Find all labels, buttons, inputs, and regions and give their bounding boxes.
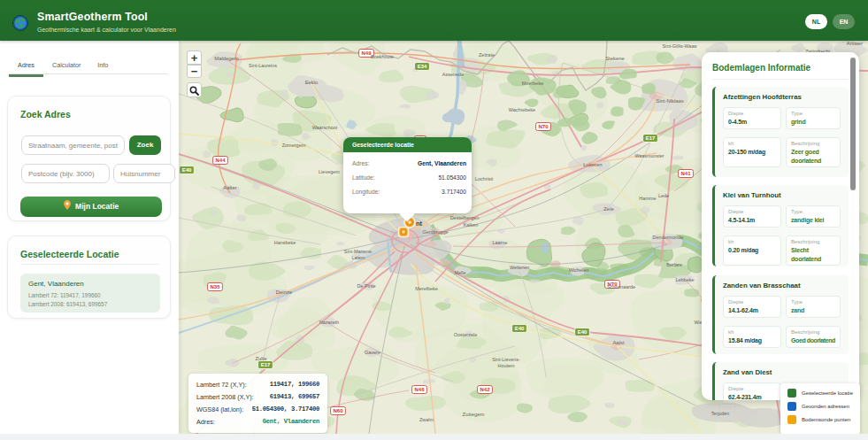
svg-text:Nazareth: Nazareth bbox=[319, 320, 339, 325]
svg-text:Sint-Gillis-Waas: Sint-Gillis-Waas bbox=[663, 43, 697, 49]
svg-text:N60: N60 bbox=[333, 408, 343, 413]
svg-text:N42: N42 bbox=[480, 387, 490, 392]
svg-text:Moerbeke: Moerbeke bbox=[522, 81, 543, 86]
svg-text:E40: E40 bbox=[515, 326, 525, 331]
svg-text:Maldegem: Maldegem bbox=[214, 56, 239, 61]
svg-text:Zomergem: Zomergem bbox=[282, 143, 306, 148]
svg-text:Sint-Laureins: Sint-Laureins bbox=[249, 63, 277, 68]
svg-text:Aalter: Aalter bbox=[223, 185, 236, 190]
svg-text:Antwer: Antwer bbox=[847, 41, 863, 46]
svg-text:Sint-Niklaas: Sint-Niklaas bbox=[656, 98, 683, 104]
svg-text:Schoonaarde: Schoonaarde bbox=[607, 284, 635, 289]
svg-text:Lievegem: Lievegem bbox=[319, 169, 340, 174]
svg-text:E34: E34 bbox=[418, 64, 427, 69]
svg-text:N44: N44 bbox=[215, 158, 226, 163]
svg-text:Wetteren: Wetteren bbox=[510, 265, 529, 270]
svg-text:Hansbeke: Hansbeke bbox=[274, 240, 296, 245]
svg-text:N46: N46 bbox=[414, 387, 425, 392]
svg-text:N35: N35 bbox=[210, 284, 220, 289]
svg-text:Destelbergen: Destelbergen bbox=[450, 215, 480, 220]
svg-text:Zwalm: Zwalm bbox=[419, 417, 434, 422]
svg-text:Terjoden: Terjoden bbox=[711, 411, 730, 416]
svg-text:Assenede: Assenede bbox=[442, 72, 464, 77]
svg-text:Merelbeke: Merelbeke bbox=[415, 286, 438, 291]
svg-text:Eeklo: Eeklo bbox=[305, 80, 319, 85]
svg-text:nt: nt bbox=[416, 220, 423, 228]
svg-text:Zele: Zele bbox=[603, 206, 614, 212]
svg-text:Sint-Lievens-: Sint-Lievens- bbox=[492, 357, 520, 362]
svg-text:Melle: Melle bbox=[454, 270, 465, 275]
svg-text:E40: E40 bbox=[578, 329, 588, 335]
svg-text:De Pinte: De Pinte bbox=[357, 283, 375, 289]
svg-text:Wachtebeke: Wachtebeke bbox=[509, 107, 535, 112]
svg-text:Oosterzele: Oosterzele bbox=[454, 332, 478, 337]
svg-text:Laarne: Laarne bbox=[492, 240, 507, 245]
svg-text:Waasmunster: Waasmunster bbox=[634, 153, 664, 158]
svg-text:Zottegem: Zottegem bbox=[463, 412, 485, 417]
svg-text:E40: E40 bbox=[182, 167, 192, 173]
svg-text:Lokeren: Lokeren bbox=[583, 162, 602, 167]
svg-text:Gavere: Gavere bbox=[365, 350, 380, 355]
svg-text:N41: N41 bbox=[680, 171, 691, 176]
svg-text:E17: E17 bbox=[261, 362, 271, 367]
svg-text:Latem: Latem bbox=[352, 255, 365, 260]
svg-text:Kalken: Kalken bbox=[464, 222, 478, 228]
svg-text:Sint-Martens-: Sint-Martens- bbox=[344, 249, 373, 254]
svg-text:Stekene: Stekene bbox=[605, 56, 625, 61]
svg-text:Berlare: Berlare bbox=[666, 262, 682, 267]
svg-text:N70: N70 bbox=[538, 124, 549, 129]
svg-text:Houtem: Houtem bbox=[498, 363, 515, 368]
svg-text:Zulte: Zulte bbox=[255, 356, 267, 361]
svg-text:Lochristi: Lochristi bbox=[475, 176, 493, 181]
svg-text:Deinze: Deinze bbox=[276, 289, 293, 295]
svg-text:Gentbrugge: Gentbrugge bbox=[422, 229, 448, 235]
svg-text:Zelzate: Zelzate bbox=[479, 52, 495, 58]
svg-text:Wichelen: Wichelen bbox=[569, 267, 589, 273]
svg-text:E17: E17 bbox=[646, 135, 656, 141]
svg-text:Boekhoute: Boekhoute bbox=[371, 54, 394, 59]
svg-text:Aalst: Aalst bbox=[612, 340, 624, 345]
svg-text:Lede: Lede bbox=[658, 193, 669, 198]
svg-text:Lebbeke: Lebbeke bbox=[675, 277, 694, 282]
svg-text:Hamme: Hamme bbox=[639, 196, 656, 201]
svg-text:Dendermonde: Dendermonde bbox=[653, 235, 684, 240]
svg-text:Waarschoot: Waarschoot bbox=[312, 125, 338, 130]
